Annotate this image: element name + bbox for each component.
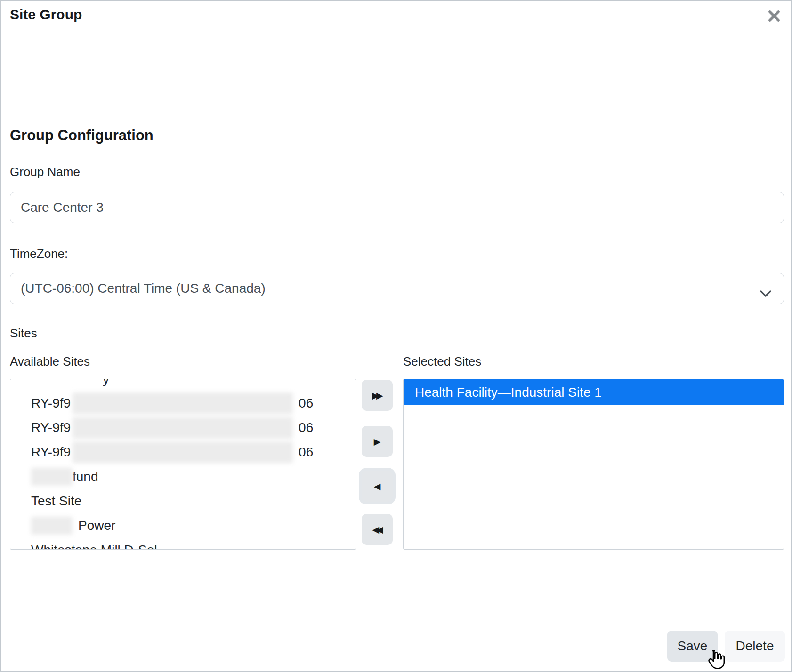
site-name-text: 06	[299, 420, 313, 435]
site-name-text: RY-9f9	[31, 445, 71, 460]
chevron-down-icon	[760, 286, 771, 301]
available-site-item[interactable]: Test Site	[10, 489, 356, 513]
available-site-item[interactable]: y	[10, 379, 356, 391]
group-name-label: Group Name	[10, 165, 80, 179]
redacted-text-block	[73, 441, 293, 463]
save-button[interactable]: Save	[667, 631, 718, 662]
timezone-selected-value: (UTC-06:00) Central Time (US & Canada)	[21, 281, 266, 296]
partially-scrolled-item-text: y	[103, 379, 109, 387]
close-icon	[767, 9, 781, 25]
site-name-text: RY-9f9	[31, 420, 71, 435]
group-configuration-heading: Group Configuration	[10, 127, 154, 144]
site-name-text: Test Site	[31, 494, 81, 509]
site-group-dialog: Site Group Group Configuration Group Nam…	[0, 0, 792, 672]
left-arrow-icon: ◀	[374, 481, 381, 492]
right-arrow-icon: ▶	[374, 436, 381, 447]
redacted-text-block	[73, 417, 293, 439]
selected-site-item[interactable]: Health Facility—Industrial Site 1	[404, 379, 784, 405]
move-all-left-button[interactable]: ◀◀	[362, 514, 393, 545]
delete-button[interactable]: Delete	[725, 631, 785, 662]
site-name-text: 06	[299, 445, 313, 460]
available-sites-label: Available Sites	[10, 354, 90, 369]
available-site-item[interactable]: Power	[10, 513, 356, 538]
site-name-text: RY-9f9	[31, 396, 71, 411]
double-left-arrow-icon: ◀◀	[372, 524, 380, 535]
available-sites-list[interactable]: yRY-9f906RY-9f906RY-9f906fundTest SitePo…	[10, 379, 356, 550]
timezone-select[interactable]: (UTC-06:00) Central Time (US & Canada)	[10, 273, 784, 304]
site-name-text: fund	[73, 469, 98, 484]
selected-sites-list[interactable]: Health Facility—Industrial Site 1	[403, 379, 784, 550]
available-site-item[interactable]: fund	[10, 464, 356, 489]
move-all-right-button[interactable]: ▶▶	[362, 380, 393, 411]
dialog-title: Site Group	[10, 7, 82, 23]
site-name-text: Power	[78, 518, 115, 533]
redacted-text-block	[31, 517, 73, 535]
redacted-text-block	[31, 468, 73, 486]
site-name-text: Health Facility—Industrial Site 1	[415, 385, 602, 400]
available-site-item[interactable]: RY-9f906	[10, 440, 356, 464]
site-name-text: 06	[299, 396, 313, 411]
move-right-button[interactable]: ▶	[362, 426, 393, 457]
sites-label: Sites	[10, 326, 37, 341]
site-name-text: Whitestone Mill D-Sol	[31, 543, 157, 550]
available-site-item[interactable]: RY-9f906	[10, 416, 356, 440]
move-left-button[interactable]: ◀	[362, 471, 393, 502]
group-name-input[interactable]	[10, 192, 784, 223]
redacted-text-block	[73, 392, 293, 414]
selected-sites-label: Selected Sites	[403, 354, 481, 369]
available-site-item[interactable]: Whitestone Mill D-Sol	[10, 538, 356, 550]
close-button[interactable]	[767, 9, 782, 24]
available-site-item[interactable]: RY-9f906	[10, 391, 356, 416]
double-right-arrow-icon: ▶▶	[372, 390, 380, 401]
timezone-label: TimeZone:	[10, 247, 68, 261]
